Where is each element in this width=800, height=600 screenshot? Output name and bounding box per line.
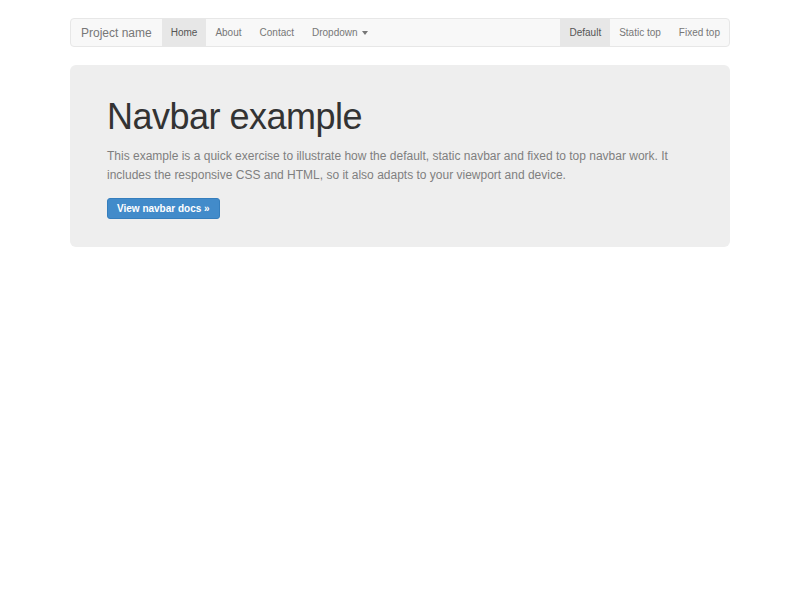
nav-item-fixed-top[interactable]: Fixed top: [670, 19, 729, 46]
caret-down-icon: [362, 31, 368, 35]
nav-item-contact[interactable]: Contact: [251, 19, 303, 46]
nav-item-dropdown[interactable]: Dropdown: [303, 19, 377, 46]
nav-item-default[interactable]: Default: [560, 19, 610, 46]
nav-item-contact-label: Contact: [260, 27, 294, 38]
nav-item-dropdown-label: Dropdown: [312, 27, 358, 38]
jumbotron-description: This example is a quick exercise to illu…: [107, 147, 672, 185]
view-navbar-docs-button[interactable]: View navbar docs »: [107, 198, 220, 219]
nav-item-fixed-top-label: Fixed top: [679, 27, 720, 38]
navbar-right-nav: Default Static top Fixed top: [560, 19, 729, 46]
navbar-left-nav: Home About Contact Dropdown: [162, 19, 377, 46]
nav-item-static-top[interactable]: Static top: [610, 19, 670, 46]
nav-item-home[interactable]: Home: [162, 19, 207, 46]
jumbotron: Navbar example This example is a quick e…: [70, 65, 730, 247]
nav-item-default-label: Default: [569, 27, 601, 38]
nav-item-about[interactable]: About: [206, 19, 250, 46]
page-container: Project name Home About Contact Dropdown…: [70, 18, 730, 247]
navbar-brand[interactable]: Project name: [71, 19, 162, 46]
nav-item-about-label: About: [215, 27, 241, 38]
page-title: Navbar example: [107, 97, 693, 137]
navbar: Project name Home About Contact Dropdown…: [70, 18, 730, 47]
nav-item-static-top-label: Static top: [619, 27, 661, 38]
nav-item-home-label: Home: [171, 27, 198, 38]
